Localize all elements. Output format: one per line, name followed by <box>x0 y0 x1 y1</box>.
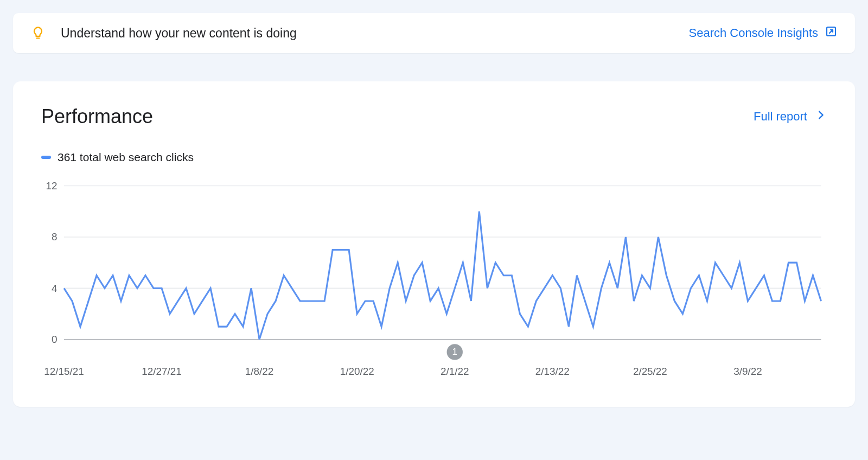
insights-link[interactable]: Search Console Insights <box>689 25 838 41</box>
svg-text:2/13/22: 2/13/22 <box>535 366 570 377</box>
insights-banner: Understand how your new content is doing… <box>13 13 855 53</box>
chart-legend: 361 total web search clicks <box>41 151 827 164</box>
svg-text:1: 1 <box>452 347 457 357</box>
banner-title: Understand how your new content is doing <box>61 26 297 41</box>
svg-text:12: 12 <box>46 180 57 191</box>
page: Understand how your new content is doing… <box>0 0 868 420</box>
svg-text:12/15/21: 12/15/21 <box>44 366 84 377</box>
chevron-right-icon <box>815 109 827 124</box>
external-link-icon <box>825 25 838 41</box>
svg-text:2/1/22: 2/1/22 <box>441 366 469 377</box>
svg-text:1/8/22: 1/8/22 <box>245 366 273 377</box>
svg-text:1/20/22: 1/20/22 <box>340 366 374 377</box>
insights-link-label: Search Console Insights <box>689 26 818 40</box>
svg-text:8: 8 <box>52 231 58 242</box>
full-report-link[interactable]: Full report <box>754 109 827 124</box>
performance-card: Performance Full report 361 total web se… <box>13 81 855 407</box>
svg-text:12/27/21: 12/27/21 <box>142 366 181 377</box>
legend-label: 361 total web search clicks <box>58 151 194 164</box>
chart-svg: 04812112/15/2112/27/211/8/221/20/222/1/2… <box>41 180 827 385</box>
card-head: Performance Full report <box>41 105 827 128</box>
banner-left: Understand how your new content is doing <box>30 25 297 41</box>
lightbulb-icon <box>30 25 46 41</box>
svg-text:2/25/22: 2/25/22 <box>633 366 667 377</box>
svg-text:4: 4 <box>52 283 58 294</box>
chart: 04812112/15/2112/27/211/8/221/20/222/1/2… <box>41 180 827 385</box>
full-report-label: Full report <box>754 110 807 124</box>
svg-text:0: 0 <box>52 334 58 345</box>
card-title: Performance <box>41 105 153 128</box>
legend-swatch <box>41 156 51 159</box>
svg-text:3/9/22: 3/9/22 <box>733 366 762 377</box>
